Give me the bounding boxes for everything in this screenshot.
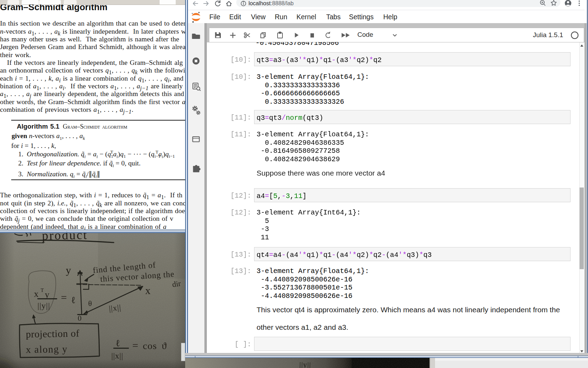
svg-text:=: = <box>132 340 138 351</box>
svg-text:||y||: ||y|| <box>37 301 50 310</box>
svg-text:x: x <box>34 289 38 299</box>
svg-text:ℓ: ℓ <box>71 295 76 305</box>
svg-text:x along y: x along y <box>26 343 68 355</box>
svg-text:||y||: ||y|| <box>299 360 311 368</box>
svg-text:ϑ: ϑ <box>162 340 167 351</box>
svg-text:||x||: ||x|| <box>108 303 121 313</box>
svg-text:T: T <box>41 287 44 293</box>
svg-text:y: y <box>45 289 49 300</box>
svg-text:y: y <box>66 264 71 276</box>
svg-text:||x||: ||x|| <box>111 351 123 360</box>
svg-text:dir: dir <box>172 279 181 289</box>
svg-text:ℓ: ℓ <box>115 338 120 348</box>
svg-text:x: x <box>145 285 150 296</box>
svg-text:0: 0 <box>78 314 82 322</box>
svg-text:=: = <box>61 292 67 303</box>
svg-text:projection of: projection of <box>26 328 79 340</box>
svg-text:θ: θ <box>88 299 92 308</box>
svg-text:cos: cos <box>143 340 157 351</box>
